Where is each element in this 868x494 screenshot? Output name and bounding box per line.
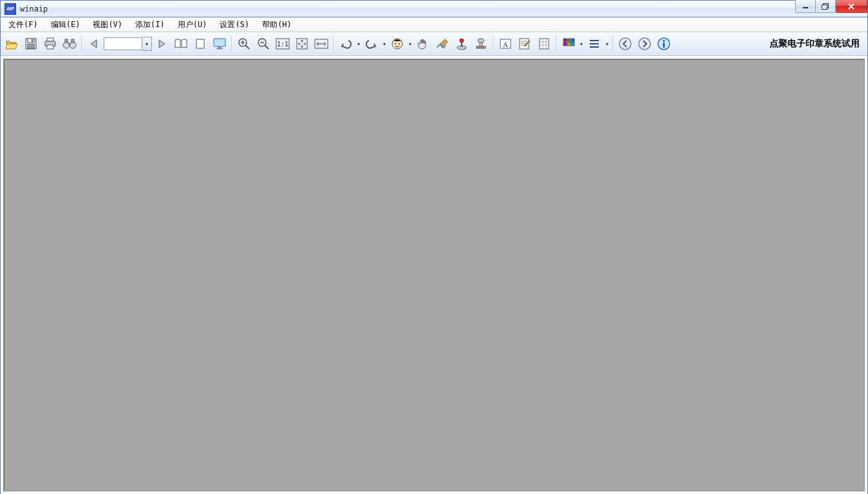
svg-rect-11 <box>47 45 53 49</box>
svg-rect-54 <box>567 39 571 42</box>
chevron-down-icon: ▾ <box>383 41 386 47</box>
maximize-button[interactable] <box>816 0 836 13</box>
thumbnails-dropdown[interactable]: ▾ <box>578 35 585 53</box>
joystick-button[interactable] <box>453 35 471 53</box>
single-page-button[interactable] <box>191 35 209 53</box>
svg-point-34 <box>395 43 396 44</box>
separator <box>556 35 557 52</box>
trial-label: 点聚电子印章系统试用 <box>769 38 860 50</box>
svg-rect-66 <box>663 43 665 48</box>
document-area[interactable] <box>3 59 865 491</box>
facing-pages-button[interactable] <box>172 35 190 53</box>
svg-rect-2 <box>822 5 827 9</box>
menu-edit[interactable]: 编辑(E) <box>44 18 87 32</box>
text-annotation-button[interactable]: A <box>496 35 514 53</box>
window-body: 文件(F) 编辑(E) 视图(V) 添加(I) 用户(U) 设置(S) 帮助(H… <box>0 17 868 494</box>
folder-open-icon <box>5 37 19 50</box>
signature-button[interactable] <box>433 35 451 53</box>
chevron-down-icon: ▾ <box>409 41 411 47</box>
separator <box>612 35 614 52</box>
outline-button[interactable] <box>585 35 603 53</box>
menubar: 文件(F) 编辑(E) 视图(V) 添加(I) 用户(U) 设置(S) 帮助(H… <box>1 17 867 32</box>
arrow-right-icon <box>155 38 168 50</box>
svg-rect-20 <box>216 48 223 50</box>
chevron-down-icon: ▾ <box>357 41 360 47</box>
menu-add[interactable]: 添加(I) <box>129 18 171 32</box>
svg-rect-8 <box>32 39 33 42</box>
svg-rect-17 <box>196 39 204 48</box>
stamp-button[interactable] <box>472 35 490 53</box>
fit-width-icon <box>314 38 328 50</box>
note-pencil-icon <box>518 37 531 50</box>
outline-list-icon <box>588 38 601 50</box>
page-dropdown-button[interactable]: ▾ <box>142 37 152 51</box>
svg-rect-14 <box>68 43 71 45</box>
nav-back-button[interactable] <box>616 35 634 53</box>
fit-width-button[interactable] <box>312 35 330 53</box>
svg-point-63 <box>639 38 650 50</box>
book-open-icon <box>174 38 188 50</box>
undo-dropdown[interactable]: ▾ <box>355 35 362 53</box>
chevron-down-icon: ▾ <box>606 41 609 47</box>
floppy-disk-icon <box>24 37 37 50</box>
info-icon <box>657 37 671 51</box>
stamp-icon <box>475 37 487 50</box>
undo-button[interactable] <box>337 35 355 53</box>
info-button[interactable] <box>655 35 673 53</box>
binoculars-icon <box>62 37 77 50</box>
one-to-one-icon: 1:1 <box>276 38 290 50</box>
svg-rect-19 <box>218 47 222 48</box>
close-button[interactable] <box>836 0 867 13</box>
separator <box>231 35 232 52</box>
fit-page-button[interactable] <box>293 35 311 53</box>
pen-sign-icon <box>435 37 449 50</box>
prev-page-button[interactable] <box>85 35 103 53</box>
svg-rect-58 <box>571 43 574 46</box>
actual-size-button[interactable]: 1:1 <box>274 35 292 53</box>
page-number-input[interactable] <box>104 37 142 50</box>
zoom-out-button[interactable] <box>254 35 272 53</box>
outline-dropdown[interactable]: ▾ <box>604 35 610 53</box>
joystick-icon <box>455 37 468 50</box>
find-button[interactable] <box>61 35 79 53</box>
undo-icon <box>339 38 352 50</box>
menu-view[interactable]: 视图(V) <box>86 18 129 32</box>
menu-help[interactable]: 帮助(H) <box>256 18 298 32</box>
hand-tool-button[interactable] <box>414 35 432 53</box>
nav-forward-button[interactable] <box>636 35 654 53</box>
redo-dropdown[interactable]: ▾ <box>381 35 388 53</box>
menu-file[interactable]: 文件(F) <box>2 18 44 32</box>
svg-rect-16 <box>71 39 74 43</box>
thumbnails-button[interactable] <box>560 35 578 53</box>
circle-arrow-left-icon <box>618 37 632 51</box>
svg-line-22 <box>245 45 249 49</box>
window-controls <box>795 0 867 13</box>
svg-rect-18 <box>214 39 225 46</box>
svg-line-26 <box>265 45 269 49</box>
open-button[interactable] <box>3 35 21 53</box>
grid-doc-button[interactable] <box>535 35 553 53</box>
user-face-button[interactable] <box>388 35 406 53</box>
separator <box>493 35 494 52</box>
save-button[interactable] <box>22 35 40 53</box>
separator <box>333 35 334 52</box>
menu-user[interactable]: 用户(U) <box>171 18 214 32</box>
redo-icon <box>365 38 378 50</box>
face-dropdown[interactable]: ▾ <box>407 35 413 53</box>
zoom-in-button[interactable] <box>235 35 253 53</box>
monitor-icon <box>212 37 227 50</box>
svg-point-35 <box>399 43 400 44</box>
zoom-in-icon <box>238 37 250 50</box>
document-grid-icon <box>538 37 551 50</box>
fullscreen-button[interactable] <box>211 35 229 53</box>
print-button[interactable] <box>41 35 59 53</box>
next-page-button[interactable] <box>153 35 171 53</box>
minimize-button[interactable] <box>795 0 816 13</box>
toolbar: ▾ <box>1 32 867 56</box>
svg-point-62 <box>619 38 631 50</box>
note-annotation-button[interactable] <box>516 35 534 53</box>
svg-rect-48 <box>540 39 549 49</box>
svg-rect-7 <box>28 44 34 48</box>
menu-settings[interactable]: 设置(S) <box>213 18 256 32</box>
redo-button[interactable] <box>363 35 381 53</box>
